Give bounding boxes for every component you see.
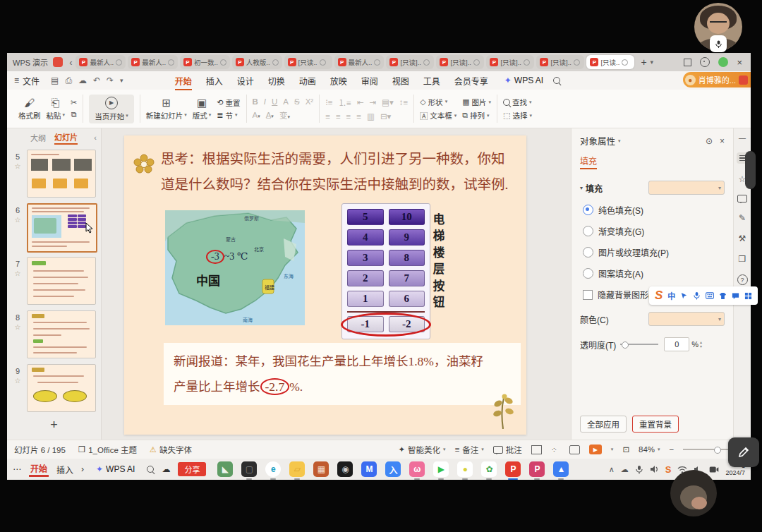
menu-design[interactable]: 设计 [231,73,260,89]
dark-app-icon[interactable]: ▢ [241,461,257,477]
camera-icon[interactable] [709,466,719,473]
reset-background-button[interactable]: 重置背景 [632,416,679,433]
new-tab-button[interactable]: + [641,56,646,68]
zoom-out-button[interactable]: − [670,445,675,454]
blue-app-icon[interactable]: 入 [385,461,401,477]
superscript-button[interactable]: X² [306,97,314,106]
share-button[interactable]: 分享 [178,462,206,476]
menu-membership[interactable]: 会员专享 [448,73,495,89]
new-slide-button[interactable]: ⊞ 新建幻灯片▾ [146,97,187,121]
mini-arrow-icon[interactable]: › [81,464,84,474]
slide-thumbnail-7[interactable]: 7☆ [7,254,101,308]
italic-button[interactable]: I [264,97,266,106]
sphere-app-icon[interactable]: ◉ [337,461,353,477]
menu-view[interactable]: 视图 [386,73,416,89]
normal-view-icon[interactable] [531,445,542,454]
tools-icon[interactable]: ⚒ [739,234,746,243]
panel-caret-icon[interactable]: ▾ [618,138,621,144]
indent-button[interactable]: ⇥ [369,97,376,107]
strikethrough-button[interactable]: S [294,97,300,106]
star-icon[interactable]: ☆ [15,162,21,170]
document-tab[interactable]: P[只读].. [386,55,434,69]
columns-button[interactable]: ▥ [367,111,375,121]
help-icon[interactable]: ? [737,274,748,285]
font-color-picker[interactable]: A▾ [253,111,260,119]
document-tab[interactable]: P最新人.. [128,55,178,69]
photos-app-icon[interactable]: ◣ [217,461,233,477]
shapes-button[interactable]: ◇形状▾ [420,97,456,107]
toolbox-grid-icon[interactable] [744,292,752,300]
slide-title-textbox[interactable]: 思考：根据实际生活的需要，人们引进了另一种数，你知 道是什么数吗？结合你在实际生… [161,147,519,198]
news-textbox[interactable]: 新闻报道：某年，我国花生产量比上年增长1.8%，油菜籽 产量比上年增长-2.7%… [164,343,521,405]
cloud-status-icon[interactable]: ☁ [162,464,170,474]
annotate-pen-icon[interactable]: ✎ [739,213,746,223]
transparency-slider[interactable] [620,344,658,345]
annotation-pen-fab[interactable] [728,437,759,467]
star-icon[interactable]: ☆ [15,323,21,331]
color-dropdown[interactable]: ▾ [648,312,725,326]
green-play-app-icon[interactable]: ▶ [433,461,449,477]
sogou-input-tray-icon[interactable]: S [665,464,672,475]
fit-to-window-icon[interactable]: ⊡ [622,445,629,454]
menu-insert[interactable]: 插入 [200,73,229,89]
blue-m-app-icon[interactable]: M [361,461,377,477]
close-panel-icon[interactable]: × [720,136,725,146]
mini-insert-tab[interactable]: 插入 [56,464,73,476]
text-direction-button[interactable]: ▤▾ [382,97,394,107]
file-explorer-icon[interactable]: ▱ [289,461,305,477]
find-button[interactable]: 查找▾ [503,97,532,107]
document-tab-active[interactable]: P[只读.. [586,55,634,69]
slide-thumbnail-9[interactable]: 9☆ [7,361,101,415]
missing-font-warning[interactable]: ⚠ 缺失字体 [150,444,192,455]
undo-icon[interactable]: ↶ [93,75,100,85]
outdent-button[interactable]: ⇤ [357,97,364,107]
menu-slideshow[interactable]: 放映 [324,73,353,89]
tab-list-caret-icon[interactable]: ▾ [651,59,654,66]
pin-panel-icon[interactable]: ⊙ [706,136,713,146]
microphone-icon[interactable] [635,465,643,474]
file-menu[interactable]: ≡ 文件 [14,75,40,87]
document-tab[interactable]: P[只读].. [436,55,484,69]
align-center-button[interactable]: ≡ [336,112,341,121]
wps-ppt-app-icon[interactable]: P [505,461,521,477]
star-icon[interactable]: ☆ [15,216,21,224]
menu-animation[interactable]: 动画 [293,73,322,89]
quick-access-caret-icon[interactable]: ▾ [120,77,123,84]
align-left-button[interactable]: ≡ [325,112,330,121]
highlight-button[interactable]: A̲▾ [266,111,274,119]
bold-button[interactable]: B [253,97,258,106]
mini-search-icon[interactable] [147,466,154,473]
yellow-bird-app-icon[interactable]: ● [457,461,473,477]
collapse-strip-icon[interactable]: — [739,134,746,142]
document-tab[interactable]: P初一数.. [180,55,230,69]
china-map-image[interactable]: 俄罗斯 蒙古 北京 福建 东海 南海 -3~3 ℃ 中国 [165,210,305,325]
line-spacing-button[interactable]: ↕≡ [399,98,408,107]
star-icon[interactable]: ☆ [15,377,21,385]
justify-button[interactable]: ≡ [356,112,361,121]
wps-ai-button[interactable]: ✦ WPS AI [500,75,548,85]
slide-canvas[interactable]: 思考：根据实际生活的需要，人们引进了另一种数，你知 道是什么数吗？结合你在实际生… [124,135,526,435]
zoom-level[interactable]: 84%▾ [639,445,660,454]
pattern-fill-option[interactable]: 图案填充(A) [580,267,725,279]
chat-bubble-icon[interactable] [732,292,739,300]
arrange-button[interactable]: ⧉排列▾ [462,110,491,121]
zoom-slider[interactable] [683,449,730,450]
menu-tools[interactable]: 工具 [417,73,447,89]
mini-home-tab[interactable]: 开始 [29,462,49,477]
redo-icon[interactable]: ↷ [107,75,114,85]
reading-view-icon[interactable] [569,445,580,454]
paste-button[interactable]: ⎗ 粘贴▾ [47,97,66,121]
textbox-button[interactable]: 🄰文本框▾ [420,110,456,121]
cut-icon[interactable]: ✂ [71,98,77,107]
menu-review[interactable]: 审阅 [355,73,385,89]
fill-color-dropdown[interactable]: ▾ [648,181,725,195]
menu-home[interactable]: 开始 [169,73,198,89]
more-icon[interactable]: ⋯ [13,464,21,474]
comments-button[interactable]: 批注 [493,444,522,455]
smart-beautify-button[interactable]: ✦ 智能美化▾ [398,444,445,455]
document-tab[interactable]: P最新人.. [75,55,126,69]
star-icon[interactable]: ☆ [15,270,21,277]
mic-button-overlay[interactable] [710,35,727,52]
format-painter-button[interactable]: 🖌 格式刷 [18,97,41,121]
user-account-badge[interactable]: ● 肖博雅的... [683,72,751,87]
